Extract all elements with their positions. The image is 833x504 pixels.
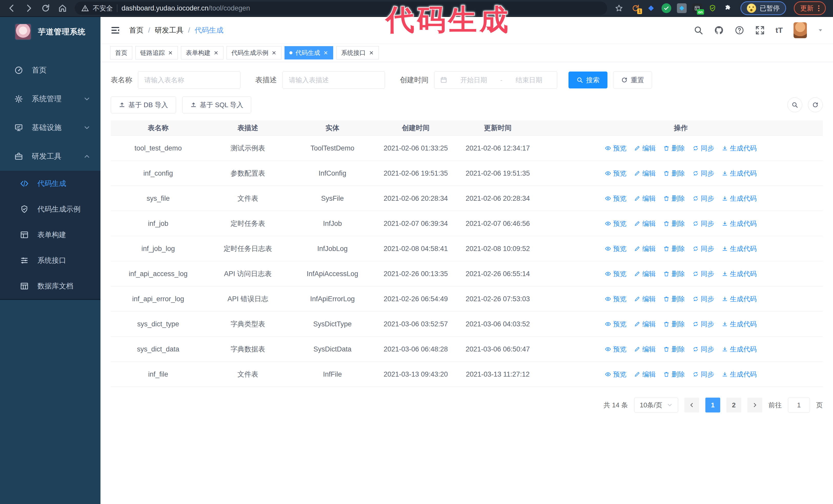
- breadcrumb-home[interactable]: 首页: [129, 25, 144, 35]
- prev-page-button[interactable]: [684, 398, 699, 412]
- page-size-select[interactable]: 10条/页: [634, 398, 678, 412]
- sql-import-button[interactable]: 基于 SQL 导入: [182, 96, 252, 113]
- chrome-menu-dots-icon[interactable]: [818, 5, 819, 11]
- generate-code-link[interactable]: 生成代码: [722, 268, 757, 279]
- sidebar-item-devtools[interactable]: 研发工具: [0, 142, 100, 171]
- user-avatar[interactable]: [793, 22, 807, 38]
- preview-link[interactable]: 预览: [605, 344, 626, 355]
- preview-link[interactable]: 预览: [605, 319, 626, 330]
- edit-link[interactable]: 编辑: [634, 168, 656, 179]
- sync-link[interactable]: 同步: [693, 319, 714, 330]
- sidebar-item-db-doc[interactable]: 数据库文档: [0, 273, 100, 299]
- edit-link[interactable]: 编辑: [634, 143, 656, 153]
- next-page-button[interactable]: [747, 398, 762, 412]
- chrome-update-button[interactable]: 更新: [794, 1, 826, 15]
- browser-extension-icon[interactable]: [723, 3, 733, 13]
- page-number-button[interactable]: 2: [727, 398, 741, 412]
- table-name-input[interactable]: [138, 71, 240, 89]
- edit-link[interactable]: 编辑: [634, 218, 656, 229]
- goto-page-input[interactable]: [788, 398, 810, 412]
- generate-code-link[interactable]: 生成代码: [722, 319, 757, 330]
- generate-code-link[interactable]: 生成代码: [722, 344, 757, 355]
- generate-code-link[interactable]: 生成代码: [722, 218, 757, 229]
- profile-paused-badge[interactable]: 已暂停: [740, 1, 786, 15]
- close-icon[interactable]: [369, 50, 374, 55]
- breadcrumb-devtools[interactable]: 研发工具: [155, 25, 184, 35]
- preview-link[interactable]: 预览: [605, 168, 626, 179]
- preview-link[interactable]: 预览: [605, 268, 626, 279]
- sync-link[interactable]: 同步: [693, 293, 714, 304]
- tab-codegen[interactable]: 代码生成: [285, 46, 333, 59]
- search-button[interactable]: 搜索: [569, 72, 608, 89]
- delete-link[interactable]: 删除: [663, 193, 685, 204]
- edit-link[interactable]: 编辑: [634, 193, 656, 204]
- edit-link[interactable]: 编辑: [634, 268, 656, 279]
- fullscreen-icon[interactable]: [755, 25, 765, 35]
- sidebar-item-codegen-example[interactable]: 代码生成示例: [0, 196, 100, 222]
- edit-link[interactable]: 编辑: [634, 293, 656, 304]
- preview-link[interactable]: 预览: [605, 369, 626, 380]
- sidebar-item-codegen[interactable]: 代码生成: [0, 171, 100, 196]
- preview-link[interactable]: 预览: [605, 143, 626, 153]
- sidebar-item-system-api[interactable]: 系统接口: [0, 248, 100, 273]
- preview-link[interactable]: 预览: [605, 243, 626, 254]
- delete-link[interactable]: 删除: [663, 344, 685, 355]
- browser-extension-icon[interactable]: [662, 3, 671, 13]
- home-icon[interactable]: [58, 4, 67, 13]
- generate-code-link[interactable]: 生成代码: [722, 293, 757, 304]
- sync-link[interactable]: 同步: [693, 243, 714, 254]
- sync-link[interactable]: 同步: [693, 344, 714, 355]
- forward-icon[interactable]: [24, 4, 33, 13]
- generate-code-link[interactable]: 生成代码: [722, 193, 757, 204]
- bookmark-star-icon[interactable]: [615, 4, 623, 12]
- tab-tracing[interactable]: 链路追踪: [135, 46, 178, 59]
- close-icon[interactable]: [323, 50, 328, 55]
- preview-link[interactable]: 预览: [605, 218, 626, 229]
- toggle-search-button[interactable]: [787, 97, 802, 112]
- preview-link[interactable]: 预览: [605, 293, 626, 304]
- edit-link[interactable]: 编辑: [634, 369, 656, 380]
- reload-icon[interactable]: [41, 4, 50, 13]
- sidebar-item-system[interactable]: 系统管理: [0, 85, 100, 113]
- delete-link[interactable]: 删除: [663, 218, 685, 229]
- refresh-table-button[interactable]: [808, 97, 823, 112]
- delete-link[interactable]: 删除: [663, 243, 685, 254]
- back-icon[interactable]: [7, 4, 17, 13]
- close-icon[interactable]: [271, 50, 277, 55]
- browser-extension-icon[interactable]: on: [692, 3, 702, 13]
- preview-link[interactable]: 预览: [605, 193, 626, 204]
- close-icon[interactable]: [168, 50, 173, 55]
- generate-code-link[interactable]: 生成代码: [722, 168, 757, 179]
- sync-link[interactable]: 同步: [693, 369, 714, 380]
- generate-code-link[interactable]: 生成代码: [722, 243, 757, 254]
- close-icon[interactable]: [214, 50, 219, 55]
- sync-link[interactable]: 同步: [693, 168, 714, 179]
- browser-extension-icon[interactable]: [677, 3, 687, 13]
- edit-link[interactable]: 编辑: [634, 319, 656, 330]
- github-icon[interactable]: [714, 25, 724, 35]
- browser-extension-icon[interactable]: [708, 3, 717, 13]
- tab-form-builder[interactable]: 表单构建: [181, 46, 223, 59]
- sidebar-item-form-builder[interactable]: 表单构建: [0, 222, 100, 248]
- edit-link[interactable]: 编辑: [634, 243, 656, 254]
- date-range-picker[interactable]: 开始日期 - 结束日期: [434, 71, 557, 89]
- edit-link[interactable]: 编辑: [634, 344, 656, 355]
- delete-link[interactable]: 删除: [663, 293, 685, 304]
- collapse-menu-icon[interactable]: [110, 25, 120, 35]
- tab-codegen-example[interactable]: 代码生成示例: [227, 46, 281, 59]
- db-import-button[interactable]: 基于 DB 导入: [111, 96, 176, 113]
- table-desc-input[interactable]: [282, 71, 385, 89]
- header-search-icon[interactable]: [694, 25, 703, 35]
- reset-button[interactable]: 重置: [613, 72, 652, 89]
- delete-link[interactable]: 删除: [663, 369, 685, 380]
- tab-system-api[interactable]: 系统接口: [336, 46, 379, 59]
- sync-link[interactable]: 同步: [693, 268, 714, 279]
- sync-link[interactable]: 同步: [693, 193, 714, 204]
- delete-link[interactable]: 删除: [663, 319, 685, 330]
- sync-link[interactable]: 同步: [693, 218, 714, 229]
- tab-home[interactable]: 首页: [110, 46, 132, 59]
- avatar-caret-down-icon[interactable]: [818, 27, 823, 33]
- address-bar[interactable]: 不安全 dashboard.yudao.iocoder.cn/tool/code…: [75, 2, 607, 15]
- sidebar-item-home[interactable]: 首页: [0, 56, 100, 85]
- delete-link[interactable]: 删除: [663, 143, 685, 153]
